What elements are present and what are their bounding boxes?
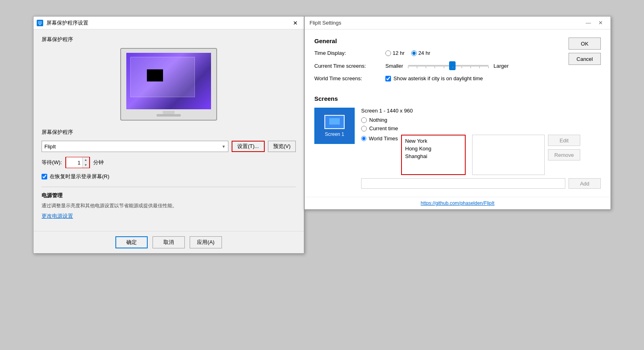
flipit-content: OK Cancel General Time Display: 12 hr xyxy=(314,38,601,189)
world-times-radio-label: World Times xyxy=(361,135,398,142)
world-times-radio[interactable] xyxy=(361,136,366,141)
tick-5 xyxy=(444,67,444,68)
flipit-titlebar: FlipIt Settings — ✕ xyxy=(305,17,611,29)
radio-12hr-input[interactable] xyxy=(385,50,391,56)
screensaver-controls-row: FlipIt ▼ 设置(T)... 预览(V) xyxy=(42,141,296,152)
screen-item-1[interactable]: Screen 1 xyxy=(314,108,355,144)
wait-input[interactable] xyxy=(66,157,82,168)
nothing-radio[interactable] xyxy=(361,117,367,123)
radio-12hr-label: 12 hr xyxy=(393,50,405,56)
current-time-radio-label: Current time xyxy=(369,125,398,131)
minimize-button[interactable]: — xyxy=(583,18,594,28)
nothing-radio-option: Nothing xyxy=(361,117,601,123)
left-window: 屏幕保护程序设置 ✕ 屏幕保护程序 屏幕保护程序 xyxy=(33,16,304,254)
left-titlebar: 屏幕保护程序设置 ✕ xyxy=(33,17,304,29)
nothing-label: Nothing xyxy=(369,117,387,123)
world-time-screens-row: World Time screens: Show asterisk if cit… xyxy=(314,75,601,81)
wait-spinner: ▲ ▼ xyxy=(82,157,89,168)
flipit-ok-button[interactable]: OK xyxy=(569,38,601,50)
ok-button[interactable]: 确定 xyxy=(115,236,148,248)
world-times-list-container: New York Hong Kong Shanghai xyxy=(401,135,466,175)
svg-rect-0 xyxy=(38,21,42,24)
wait-input-box[interactable]: ▲ ▼ xyxy=(65,157,90,168)
world-times-list: New York Hong Kong Shanghai xyxy=(404,137,463,160)
current-time-screens-row: Current Time screens: Smaller xyxy=(314,62,601,70)
screens-section: Screens Screen 1 xyxy=(314,95,601,189)
flipit-cancel-button[interactable]: Cancel xyxy=(569,53,601,65)
daylight-checkbox-row: Show asterisk if city is on daylight tim… xyxy=(385,75,483,81)
resume-checkbox-row: 在恢复时显示登录屏幕(R) xyxy=(42,173,296,180)
screensaver-select[interactable]: FlipIt ▼ xyxy=(42,141,228,152)
svg-rect-3 xyxy=(329,118,340,125)
monitor-screen-inner xyxy=(130,57,195,97)
screen-list: Screen 1 xyxy=(314,108,355,144)
slider-bg xyxy=(408,65,489,67)
left-window-title: 屏幕保护程序设置 xyxy=(46,19,287,27)
slider-thumb[interactable] xyxy=(449,61,456,70)
power-desc: 通过调整显示亮度和其他电源设置以节省能源或提供最佳性能。 xyxy=(42,202,296,209)
spinner-down-button[interactable]: ▼ xyxy=(83,162,89,168)
wait-unit: 分钟 xyxy=(93,159,104,166)
radio-24hr: 24 hr xyxy=(411,50,431,56)
slider-container: Smaller xyxy=(385,62,509,70)
flipit-footer: https://github.com/phaselden/FlipIt xyxy=(305,197,611,209)
flipit-body: OK Cancel General Time Display: 12 hr xyxy=(305,29,611,197)
left-close-button[interactable]: ✕ xyxy=(290,18,301,28)
world-times-text: World Times xyxy=(369,135,398,142)
settings-button[interactable]: 设置(T)... xyxy=(232,141,264,152)
city-hong-kong[interactable]: Hong Kong xyxy=(404,145,463,152)
select-arrow-icon: ▼ xyxy=(222,144,226,149)
slider-track[interactable] xyxy=(408,62,489,70)
slider-smaller-label: Smaller xyxy=(385,63,403,69)
time-display-label: Time Display: xyxy=(314,50,379,56)
tick-3 xyxy=(426,67,426,68)
radio-24hr-label: 24 hr xyxy=(418,50,431,56)
preview-button[interactable]: 预览(V) xyxy=(268,141,296,152)
add-city-input[interactable] xyxy=(361,178,565,189)
preview-area xyxy=(42,48,296,121)
radio-12hr: 12 hr xyxy=(385,50,405,56)
city-new-york[interactable]: New York xyxy=(404,137,463,145)
monitor-preview xyxy=(120,48,217,121)
tick-9 xyxy=(479,67,480,68)
screensaver-select-value: FlipIt xyxy=(44,144,56,150)
wait-label: 等待(W): xyxy=(42,159,62,166)
tick-10 xyxy=(488,67,489,68)
time-display-radios: 12 hr 24 hr xyxy=(385,50,430,56)
time-display-row: Time Display: 12 hr 24 hr xyxy=(314,50,601,56)
power-title: 电源管理 xyxy=(42,192,296,199)
github-link[interactable]: https://github.com/phaselden/FlipIt xyxy=(314,200,601,206)
close-button[interactable]: ✕ xyxy=(595,18,606,28)
tick-1 xyxy=(408,67,408,68)
tick-2 xyxy=(417,67,417,68)
current-time-radio[interactable] xyxy=(361,126,367,131)
city-shanghai[interactable]: Shanghai xyxy=(404,152,463,160)
spinner-up-button[interactable]: ▲ xyxy=(83,157,89,162)
desktop: 屏幕保护程序设置 ✕ 屏幕保护程序 屏幕保护程序 xyxy=(8,16,636,334)
current-time-label: Current Time screens: xyxy=(314,63,379,69)
resume-checkbox[interactable] xyxy=(42,174,47,179)
screensaver-label: 屏幕保护程序 xyxy=(42,129,73,136)
screen-item-label-1: Screen 1 xyxy=(325,131,344,137)
extra-list xyxy=(472,135,545,175)
edit-button[interactable]: Edit xyxy=(548,135,580,146)
radio-24hr-input[interactable] xyxy=(411,50,417,56)
left-window-body: 屏幕保护程序 屏幕保护程序 FlipIt ▼ xyxy=(33,29,304,231)
svg-rect-1 xyxy=(39,24,41,25)
add-button[interactable]: Add xyxy=(569,178,601,189)
tick-4 xyxy=(435,67,435,68)
apply-button[interactable]: 应用(A) xyxy=(190,236,222,248)
ok-cancel-area: OK Cancel xyxy=(569,38,601,65)
screens-content: Screen 1 Screen 1 - 1440 x 960 Nothing xyxy=(314,108,601,189)
cancel-button[interactable]: 取消 xyxy=(153,236,185,248)
slider-ticks xyxy=(408,67,489,68)
power-link[interactable]: 更改电源设置 xyxy=(42,212,296,220)
screensaver-select-row: 屏幕保护程序 xyxy=(42,129,296,136)
world-times-row: World Times New York Hong Kong Shanghai xyxy=(361,135,601,175)
daylight-checkbox[interactable] xyxy=(385,76,391,81)
flipit-title: FlipIt Settings xyxy=(309,20,583,26)
screens-right: Screen 1 - 1440 x 960 Nothing Current ti… xyxy=(361,108,601,189)
screensaver-section-label: 屏幕保护程序 xyxy=(42,36,296,43)
remove-button[interactable]: Remove xyxy=(548,149,580,160)
side-buttons: Edit Remove xyxy=(548,135,580,160)
